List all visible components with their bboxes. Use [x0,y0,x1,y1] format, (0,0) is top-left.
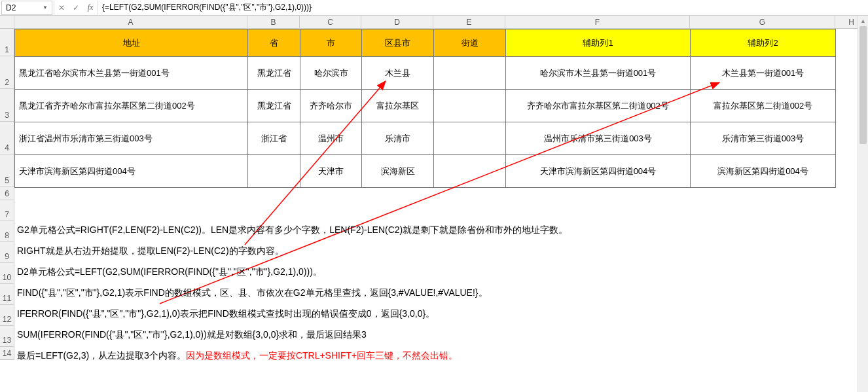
cell[interactable]: 浙江省温州市乐清市第三街道003号 [15,122,248,155]
col-header-d[interactable]: D [361,16,433,29]
table-row: 天津市滨海新区第四街道004号 天津市 滨海新区 天津市滨海新区第四街道004号… [15,155,836,188]
col-header-e[interactable]: E [433,16,505,29]
col-header-g[interactable]: G [690,16,835,29]
cell[interactable]: 温州市乐清市第三街道003号 [506,122,691,155]
confirm-icon[interactable]: ✓ [69,1,83,15]
cell[interactable]: 乐清市第三街道003号 [691,122,836,155]
note-text: 最后=LEFT(G2,3)，从左边提取3个内容。 [17,350,186,362]
vertical-scrollbar[interactable]: ▲ [858,16,868,392]
header-row: 地址 省 市 区县市 街道 辅助列1 辅助列2 [15,29,836,57]
header-address[interactable]: 地址 [15,29,248,57]
name-box[interactable]: D2 ▼ [1,1,52,15]
col-header-a[interactable]: A [14,16,247,29]
cell[interactable]: 黑龙江省哈尔滨市木兰县第一街道001号 [15,57,248,90]
note-line[interactable]: D2单元格公式=LEFT(G2,SUM(IFERROR(FIND({"县","区… [14,262,568,283]
row-header-14[interactable]: 14 [0,347,14,360]
note-line[interactable]: G2单元格公式=RIGHT(F2,LEN(F2)-LEN(C2))。LEN是求内… [14,220,568,241]
cell[interactable]: 温州市 [300,122,362,155]
note-line[interactable]: IFERROR(FIND({"县","区","市"},G2,1),0)表示把FI… [14,304,568,325]
header-city[interactable]: 市 [300,29,362,57]
row-headers: 1234567891011121314 [0,29,14,360]
cell[interactable] [434,122,506,155]
cell[interactable]: 滨海新区第四街道004号 [691,155,836,188]
scroll-up-icon[interactable]: ▲ [858,16,868,26]
header-street[interactable]: 街道 [434,29,506,57]
row-header-4[interactable]: 4 [0,122,14,154]
note-text-red: 因为是数组模式，一定要按CTRL+SHIFT+回车三键，不然会出错。 [186,350,458,362]
row-header-1[interactable]: 1 [0,29,14,56]
cell[interactable]: 齐齐哈尔市 [300,90,362,122]
cell[interactable]: 木兰县第一街道001号 [691,57,836,90]
row-header-13[interactable]: 13 [0,326,14,347]
cell[interactable]: 天津市 [300,155,362,188]
cell[interactable]: 乐清市 [362,122,434,155]
row-header-12[interactable]: 12 [0,305,14,326]
cell[interactable] [434,90,506,122]
formula-input[interactable]: {=LEFT(G2,SUM(IFERROR(FIND({"县","区","市"}… [98,2,868,13]
column-headers: A B C D E F G H [14,16,868,29]
header-province[interactable]: 省 [248,29,300,57]
row-header-10[interactable]: 10 [0,263,14,284]
col-header-f[interactable]: F [505,16,690,29]
cell[interactable]: 天津市滨海新区第四街道004号 [506,155,691,188]
select-all-corner[interactable] [0,16,14,29]
data-table: 地址 省 市 区县市 街道 辅助列1 辅助列2 黑龙江省哈尔滨市木兰县第一街道0… [14,29,836,188]
cell[interactable]: 富拉尔基区第二街道002号 [691,90,836,122]
table-row: 黑龙江省齐齐哈尔市富拉尔基区第二街道002号 黑龙江省 齐齐哈尔市 富拉尔基区 … [15,90,836,122]
cancel-icon[interactable]: ✕ [54,1,69,15]
row-header-2[interactable]: 2 [0,56,14,89]
cell[interactable]: 黑龙江省 [248,57,300,90]
table-row: 黑龙江省哈尔滨市木兰县第一街道001号 黑龙江省 哈尔滨市 木兰县 哈尔滨市木兰… [15,57,836,90]
scrollbar-thumb[interactable] [859,26,867,144]
cell[interactable]: 木兰县 [362,57,434,90]
row-header-6[interactable]: 6 [0,187,14,200]
cell[interactable]: 哈尔滨市木兰县第一街道001号 [506,57,691,90]
cell[interactable] [248,155,300,188]
fx-icon[interactable]: fx [83,1,98,15]
formula-bar-buttons: ✕ ✓ fx [54,1,98,15]
header-aux1[interactable]: 辅助列1 [506,29,691,57]
cell[interactable]: 富拉尔基区 [362,90,434,122]
row-header-11[interactable]: 11 [0,284,14,305]
cell[interactable]: 齐齐哈尔市富拉尔基区第二街道002号 [506,90,691,122]
note-line[interactable]: RIGHT就是从右边开始提取，提取LEN(F2)-LEN(C2)的字数内容。 [14,241,568,262]
cell[interactable]: 天津市滨海新区第四街道004号 [15,155,248,188]
row-header-7[interactable]: 7 [0,200,14,221]
cell[interactable]: 黑龙江省齐齐哈尔市富拉尔基区第二街道002号 [15,90,248,122]
table-row: 浙江省温州市乐清市第三街道003号 浙江省 温州市 乐清市 温州市乐清市第三街道… [15,122,836,155]
header-district[interactable]: 区县市 [362,29,434,57]
row-header-5[interactable]: 5 [0,154,14,187]
col-header-b[interactable]: B [247,16,300,29]
cell[interactable]: 哈尔滨市 [300,57,362,90]
col-header-c[interactable]: C [300,16,361,29]
cell[interactable]: 黑龙江省 [248,90,300,122]
header-aux2[interactable]: 辅助列2 [691,29,836,57]
name-box-dropdown-icon[interactable]: ▼ [43,5,48,10]
note-line[interactable]: FIND({"县","区","市"},G2,1)表示FIND的数组模式，区、县、… [14,283,568,304]
notes-block: G2单元格公式=RIGHT(F2,LEN(F2)-LEN(C2))。LEN是求内… [14,220,568,366]
cell-reference: D2 [6,3,16,12]
row-header-9[interactable]: 9 [0,242,14,263]
formula-bar: D2 ▼ ✕ ✓ fx {=LEFT(G2,SUM(IFERROR(FIND({… [0,0,868,16]
grid-cells: 地址 省 市 区县市 街道 辅助列1 辅助列2 黑龙江省哈尔滨市木兰县第一街道0… [14,29,836,188]
note-line[interactable]: 最后=LEFT(G2,3)，从左边提取3个内容。 因为是数组模式，一定要按CTR… [14,346,568,366]
cell[interactable]: 浙江省 [248,122,300,155]
cell[interactable]: 滨海新区 [362,155,434,188]
row-header-3[interactable]: 3 [0,89,14,122]
cell[interactable] [434,57,506,90]
note-line[interactable]: SUM(IFERROR(FIND({"县","区","市"},G2,1),0))… [14,325,568,346]
cell[interactable] [434,155,506,188]
row-header-8[interactable]: 8 [0,221,14,242]
